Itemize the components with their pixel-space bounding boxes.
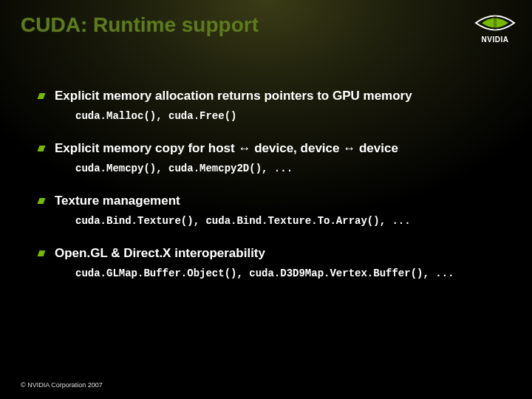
item-heading: Explicit memory allocation returns point…	[38, 89, 511, 103]
list-item: Open.GL & Direct.X interoperability cuda…	[38, 246, 511, 279]
item-heading: Open.GL & Direct.X interoperability	[38, 246, 511, 261]
slide-title: CUDA: Runtime support	[21, 13, 259, 37]
svg-rect-0	[494, 16, 497, 30]
list-item: Texture management cuda.Bind.Texture(), …	[38, 194, 511, 227]
nvidia-eye-icon	[474, 12, 516, 34]
nvidia-brand-text: NVIDIA	[474, 35, 516, 44]
item-code: cuda.GLMap.Buffer.Object(), cuda.D3D9Map…	[75, 267, 511, 279]
item-heading: Explicit memory copy for host ↔ device, …	[38, 141, 511, 156]
item-code: cuda.Bind.Texture(), cuda.Bind.Texture.T…	[75, 214, 511, 227]
item-heading: Texture management	[38, 194, 511, 208]
nvidia-logo: NVIDIA	[474, 12, 516, 44]
item-code: cuda.Malloc(), cuda.Free()	[75, 109, 511, 122]
copyright-footer: © NVIDIA Corporation 2007	[21, 381, 103, 389]
list-item: Explicit memory copy for host ↔ device, …	[38, 141, 511, 174]
item-code: cuda.Memcpy(), cuda.Memcpy2D(), ...	[75, 162, 511, 174]
list-item: Explicit memory allocation returns point…	[38, 89, 511, 122]
bullet-list: Explicit memory allocation returns point…	[38, 89, 511, 299]
